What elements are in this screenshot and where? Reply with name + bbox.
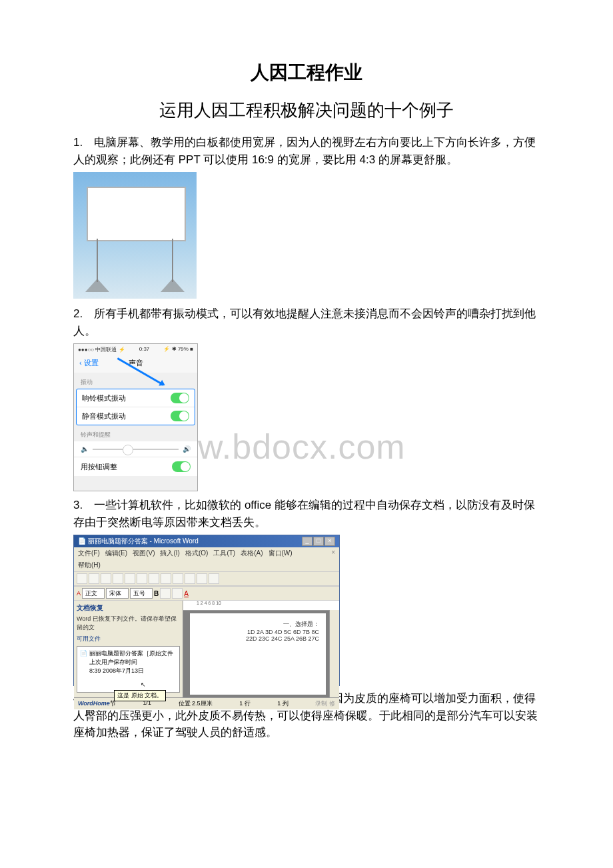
align-icon[interactable] (160, 588, 171, 599)
recovery-text: Word 已恢复下列文件。请保存希望保留的文 (77, 615, 180, 632)
ios-status-time: 0:37 (139, 346, 150, 353)
toggle-on-icon[interactable] (171, 411, 189, 421)
undo-icon[interactable] (185, 573, 195, 584)
word-ruler: 1 2 4 6 8 10 (183, 601, 339, 611)
paragraph-3: 3. 一些计算机软件，比如微软的 office 能够在编辑的过程中自动保存文档，… (73, 497, 540, 531)
spell-icon[interactable] (137, 573, 147, 584)
cut-icon[interactable] (149, 573, 159, 584)
toggle-on-icon[interactable] (171, 393, 189, 403)
speaker-high-icon: 🔊 (183, 445, 191, 453)
word-window-image: 📄 丽丽电脑题部分答案 - Microsoft Word _ □ × 文件(F)… (73, 535, 340, 686)
word-toolbar-standard[interactable] (74, 571, 339, 586)
paste-icon[interactable] (173, 573, 183, 584)
recovery-available-label: 可用文件 (77, 635, 180, 643)
preview-icon[interactable] (125, 573, 135, 584)
document-page: 人因工程作业 运用人因工程积极解决问题的十个例子 1. 电脑屏幕、教学用的白板都… (0, 0, 613, 785)
minimize-icon[interactable]: _ (302, 537, 312, 546)
toggle-on-icon[interactable] (172, 461, 191, 472)
maximize-icon[interactable]: □ (313, 537, 324, 546)
speaker-low-icon: 🔈 (81, 445, 89, 453)
ios-row-button-adjust[interactable]: 用按钮调整 (74, 457, 197, 476)
ios-nav-title: 声音 (74, 358, 197, 368)
new-icon[interactable] (77, 573, 87, 584)
paragraph-1: 1. 电脑屏幕、教学用的白板都使用宽屏，因为人的视野左右方向要比上下方向长许多，… (73, 134, 540, 168)
copy-icon[interactable] (161, 573, 171, 584)
word-document-area[interactable]: 一、选择题： 1D 2A 3D 4D 5C 6D 7B 8C 22D 23C 2… (190, 613, 326, 695)
save-icon[interactable] (101, 573, 111, 584)
size-select[interactable]: 五号 (130, 588, 153, 599)
ios-row-silent-vibrate[interactable]: 静音模式振动 (77, 407, 195, 425)
font-select[interactable]: 宋体 (106, 588, 129, 599)
ios-status-battery: ⚡ ✱ 79% ■ (163, 346, 193, 353)
volume-slider[interactable] (93, 449, 179, 450)
word-menubar[interactable]: 文件(F)编辑(E)视图(V)插入(I)格式(O)工具(T)表格(A)窗口(W)… (74, 547, 339, 559)
open-icon[interactable] (89, 573, 99, 584)
whiteboard-image (73, 172, 197, 299)
redo-icon[interactable] (197, 573, 207, 584)
word-toolbar-format[interactable]: A 正文 宋体 五号 B A (74, 586, 339, 601)
close-icon[interactable]: × (324, 537, 335, 546)
sub-title: 运用人因工程积极解决问题的十个例子 (73, 99, 540, 122)
ios-volume-slider-row: 🔈 🔊 (74, 441, 197, 457)
recovery-title: 文档恢复 (77, 603, 180, 613)
print-icon[interactable] (113, 573, 123, 584)
word-recovery-pane: 文档恢复 Word 已恢复下列文件。请保存希望保留的文 可用文件 📄 丽丽电脑题… (74, 601, 183, 697)
word-title-text: 📄 丽丽电脑题部分答案 - Microsoft Word (78, 537, 199, 546)
recovery-tooltip: 这是 原始 文档。 (114, 690, 166, 701)
ios-section-alerts: 铃声和提醒 (74, 425, 197, 441)
ios-settings-image: ●●●○○ 中国联通 ⚡ 0:37 ⚡ ✱ 79% ■ ‹ 设置 声音 振动 响… (73, 343, 198, 491)
table-icon[interactable] (209, 573, 219, 584)
style-select[interactable]: 正文 (82, 588, 105, 599)
main-title: 人因工程作业 (73, 60, 540, 85)
recovery-file-item[interactable]: 📄 丽丽电脑题部分答案［原始文件 上次用户保存时间 8:39 2008年7月13… (77, 646, 180, 693)
ios-status-carrier: ●●●○○ 中国联通 ⚡ (78, 346, 125, 353)
ios-row-ring-vibrate[interactable]: 响铃模式振动 (77, 389, 195, 407)
paragraph-2: 2. 所有手机都带有振动模式，可以有效地提醒人注意未接消息而不会因铃声的嘈杂打扰… (73, 305, 540, 339)
cursor-icon: ↖ (141, 681, 146, 688)
ios-section-vibrate: 振动 (74, 373, 197, 389)
list-icon[interactable] (172, 588, 183, 599)
word-menubar-help[interactable]: 帮助(H) (74, 559, 339, 571)
scrollbar-vertical[interactable] (329, 610, 339, 697)
